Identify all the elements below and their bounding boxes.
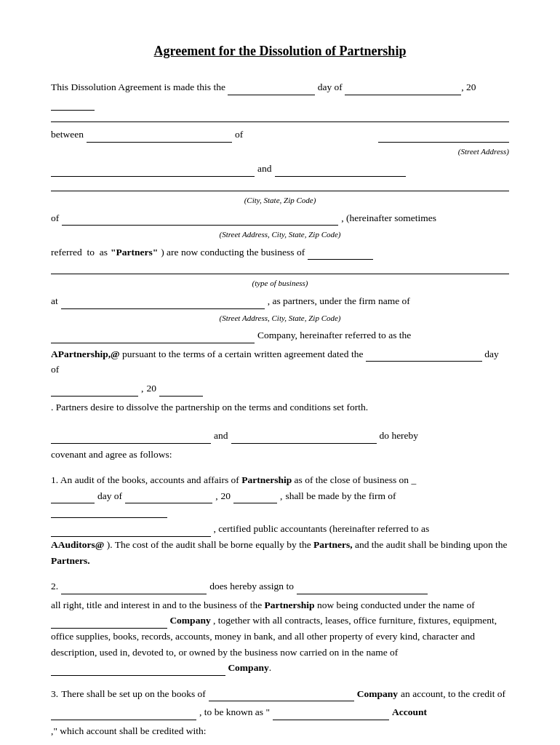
street-address-city2-label: (Street Address, City, State, Zip Code)	[51, 312, 509, 325]
section3-text2: an account, to the credit of	[401, 686, 505, 702]
blank-party-a	[51, 432, 211, 444]
partnership-bold: Partnership	[241, 474, 292, 485]
partnership-bold2: Partnership	[265, 599, 315, 610]
section3-text4: ," which account shall be credited with:	[51, 723, 207, 739]
dissolve-row: , 20 . Partners desire to dissolve the p…	[51, 381, 509, 415]
section1-text5: , certified public accountants (hereinaf…	[213, 523, 429, 534]
document-body: This Dissolution Agreement is made this …	[51, 79, 509, 745]
section2-text3: now being conducted under the name of	[317, 599, 475, 610]
section1-text6: ). The cost of the audit shall be borne …	[107, 539, 313, 550]
section1-audit-row: day of , 20, shall be made by the firm o…	[51, 488, 509, 519]
blank-assignee	[297, 583, 428, 594]
blank-cpa	[51, 525, 211, 537]
hereinafter-label: , (hereinafter sometimes	[341, 210, 436, 226]
day-label: day of	[318, 81, 343, 92]
partners-bold2: Partners,	[313, 539, 353, 550]
section1-row: 1. An audit of the books, accounts and a…	[51, 472, 509, 488]
document-page: Agreement for the Dissolution of Partner…	[0, 0, 560, 745]
blank-year	[51, 99, 95, 111]
as-partners-text: , as partners, under the firm name of	[268, 293, 410, 309]
covenant-row: and do hereby	[51, 428, 509, 444]
opening-paragraph: This Dissolution Agreement is made this …	[51, 79, 509, 415]
section1-text7: and the audit shall be binding upon the	[355, 539, 508, 550]
blank-day-article	[228, 84, 315, 95]
section3-row: 3. There shall be set up on the books of…	[51, 686, 509, 739]
a-partnership: APartnership,@	[51, 348, 120, 359]
auditors-bold: AAuditors@	[51, 539, 104, 550]
blank-assignor	[61, 583, 207, 594]
do-hereby-text: do hereby	[380, 428, 419, 444]
company-bold: Company	[169, 615, 210, 626]
and-label2: and	[214, 428, 228, 444]
section1-auditors-row: AAuditors@ ). The cost of the audit shal…	[51, 537, 509, 568]
blank-company-name2	[51, 617, 167, 629]
blank-year2	[159, 385, 203, 397]
section2-text2: all right, title and interest in and to …	[51, 599, 265, 610]
opening-text: This Dissolution Agreement is made this …	[51, 81, 225, 92]
blank-party1	[87, 131, 232, 143]
blank-month	[345, 84, 461, 95]
section3-text: There shall be set up on the books of	[61, 686, 206, 702]
blank-company-name	[51, 332, 255, 343]
between-row: between of	[51, 127, 509, 143]
section-3: 3. There shall be set up on the books of…	[51, 686, 509, 745]
blank-account-name	[273, 709, 389, 720]
blank-address2	[61, 298, 265, 309]
section1-text: An audit of the books, accounts and affa…	[60, 474, 241, 485]
blank-and-right	[275, 165, 406, 177]
blank-date	[366, 350, 482, 362]
a-partnership-row: APartnership,@ pursuant to the terms of …	[51, 346, 509, 378]
blank-type-line	[51, 263, 509, 274]
blank-day2	[51, 385, 138, 397]
section1-num: 1.	[51, 474, 58, 485]
section1-cpa-row: , certified public accountants (hereinaf…	[51, 521, 509, 537]
blank-address	[51, 165, 255, 177]
type-of-business-label: (type of business)	[51, 277, 509, 290]
section2-num: 2.	[51, 578, 58, 594]
section1-text2: as of the close of business on _	[295, 474, 417, 485]
blank-state	[378, 131, 509, 143]
blank-audit-year	[233, 492, 277, 503]
section2-row: 2. does hereby assign to	[51, 578, 509, 594]
blank-city-line	[51, 180, 509, 191]
of2-row: of , (hereinafter sometimes	[51, 210, 509, 226]
blank-credit	[51, 709, 196, 720]
blank-of2	[62, 214, 338, 226]
and-label: and	[257, 161, 272, 177]
account-bold: Account	[392, 704, 427, 720]
year-prefix: 20	[466, 81, 476, 92]
partners-dissolve-text: . Partners desire to dissolve the partne…	[51, 399, 368, 415]
and-row: and	[51, 161, 509, 177]
company-bold3: Company	[357, 686, 398, 702]
year-prefix3: 20	[221, 488, 231, 504]
referred-row: referred to as "Partners" ) are now cond…	[51, 244, 509, 260]
section3-num: 3.	[51, 686, 58, 702]
section2-detail: all right, title and interest in and to …	[51, 597, 509, 676]
section2-text: does hereby assign to	[209, 578, 294, 594]
section-2: 2. does hereby assign to all right, titl…	[51, 578, 509, 676]
at-label: at	[51, 293, 58, 309]
blank-business	[308, 248, 373, 260]
company-bold2: Company	[228, 662, 268, 673]
referred-text: referred to as	[51, 244, 108, 260]
blank-company4	[209, 690, 354, 701]
section1-text4: shall be made by the firm of	[285, 488, 396, 504]
at-row: at , as partners, under the firm name of	[51, 293, 509, 309]
blank-firm	[51, 506, 167, 518]
street-address-city-label: (Street Address, City, State, Zip Code)	[51, 228, 509, 242]
section-1: 1. An audit of the books, accounts and a…	[51, 472, 509, 568]
day-of-text2: day of	[97, 488, 122, 504]
blank-audit-day	[51, 492, 95, 503]
document-title: Agreement for the Dissolution of Partner…	[51, 44, 509, 59]
of-label: of	[235, 127, 243, 143]
section3-text3: , to be known as "	[199, 704, 270, 720]
street-address-label: (Street Address)	[458, 146, 509, 159]
blank-party-b	[231, 432, 377, 444]
blank-audit-month	[125, 492, 212, 503]
covenant-paragraph: and do hereby covenant and agree as foll…	[51, 428, 509, 462]
are-now-text: ) are now conducting the business of	[161, 244, 305, 260]
blank-company3	[51, 664, 225, 676]
company-row: Company, hereinafter referred to as the	[51, 327, 509, 343]
between-label: between	[51, 127, 84, 143]
partners-bold3: Partners.	[51, 555, 90, 566]
